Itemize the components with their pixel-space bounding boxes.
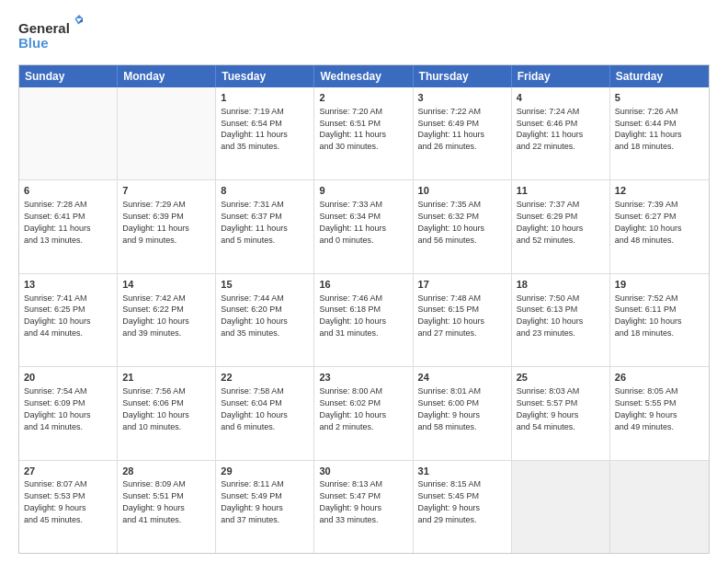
day-number: 8 [221, 184, 309, 198]
day-info: Sunrise: 7:48 AM Sunset: 6:15 PM Dayligh… [418, 293, 485, 338]
day-info: Sunrise: 7:24 AM Sunset: 6:46 PM Dayligh… [517, 107, 584, 151]
day-info: Sunrise: 8:07 AM Sunset: 5:53 PM Dayligh… [24, 479, 87, 523]
header-day-monday: Monday [118, 65, 216, 87]
header-day-wednesday: Wednesday [314, 65, 413, 87]
day-info: Sunrise: 7:41 AM Sunset: 6:25 PM Dayligh… [24, 293, 91, 338]
calendar-cell: 18Sunrise: 7:50 AM Sunset: 6:13 PM Dayli… [512, 274, 610, 366]
day-number: 27 [24, 465, 112, 478]
page: General Blue SundayMondayTuesdayWednesda… [0, 0, 728, 563]
calendar-cell: 27Sunrise: 8:07 AM Sunset: 5:53 PM Dayli… [19, 461, 118, 553]
calendar-cell: 16Sunrise: 7:46 AM Sunset: 6:18 PM Dayli… [314, 274, 413, 366]
day-info: Sunrise: 8:01 AM Sunset: 6:00 PM Dayligh… [418, 386, 482, 431]
svg-text:General: General [18, 20, 70, 36]
day-number: 16 [319, 278, 407, 292]
day-number: 30 [319, 465, 407, 478]
day-number: 13 [24, 278, 112, 292]
calendar-cell: 10Sunrise: 7:35 AM Sunset: 6:32 PM Dayli… [414, 180, 512, 272]
day-number: 7 [122, 184, 210, 198]
day-number: 19 [615, 278, 704, 292]
day-info: Sunrise: 8:03 AM Sunset: 5:57 PM Dayligh… [517, 386, 580, 431]
day-info: Sunrise: 7:54 AM Sunset: 6:09 PM Dayligh… [24, 386, 91, 431]
day-number: 3 [418, 91, 506, 105]
calendar-body: 1Sunrise: 7:19 AM Sunset: 6:54 PM Daylig… [19, 87, 709, 553]
calendar-cell: 17Sunrise: 7:48 AM Sunset: 6:15 PM Dayli… [414, 274, 512, 366]
day-info: Sunrise: 7:35 AM Sunset: 6:32 PM Dayligh… [418, 200, 485, 244]
calendar-cell: 8Sunrise: 7:31 AM Sunset: 6:37 PM Daylig… [216, 180, 314, 272]
header-day-thursday: Thursday [414, 65, 512, 87]
day-info: Sunrise: 7:52 AM Sunset: 6:11 PM Dayligh… [615, 293, 682, 338]
header-day-tuesday: Tuesday [216, 65, 314, 87]
day-number: 23 [319, 371, 407, 385]
calendar-cell: 26Sunrise: 8:05 AM Sunset: 5:55 PM Dayli… [610, 367, 709, 459]
day-info: Sunrise: 7:19 AM Sunset: 6:54 PM Dayligh… [221, 107, 288, 151]
header-day-friday: Friday [512, 65, 610, 87]
calendar-cell: 19Sunrise: 7:52 AM Sunset: 6:11 PM Dayli… [610, 274, 709, 366]
header: General Blue [18, 15, 710, 55]
calendar-cell: 12Sunrise: 7:39 AM Sunset: 6:27 PM Dayli… [610, 180, 709, 272]
calendar-cell: 6Sunrise: 7:28 AM Sunset: 6:41 PM Daylig… [19, 180, 118, 272]
day-number: 2 [319, 91, 407, 105]
day-info: Sunrise: 7:39 AM Sunset: 6:27 PM Dayligh… [615, 200, 682, 244]
calendar-cell [512, 461, 610, 553]
day-number: 9 [319, 184, 407, 198]
day-info: Sunrise: 7:50 AM Sunset: 6:13 PM Dayligh… [517, 293, 584, 338]
day-number: 14 [122, 278, 210, 292]
calendar-cell: 2Sunrise: 7:20 AM Sunset: 6:51 PM Daylig… [314, 87, 413, 179]
week-row-2: 6Sunrise: 7:28 AM Sunset: 6:41 PM Daylig… [19, 180, 709, 273]
calendar: SundayMondayTuesdayWednesdayThursdayFrid… [18, 64, 710, 554]
day-info: Sunrise: 8:15 AM Sunset: 5:45 PM Dayligh… [418, 479, 482, 523]
day-info: Sunrise: 7:31 AM Sunset: 6:37 PM Dayligh… [221, 200, 288, 244]
week-row-5: 27Sunrise: 8:07 AM Sunset: 5:53 PM Dayli… [19, 461, 709, 553]
calendar-cell: 31Sunrise: 8:15 AM Sunset: 5:45 PM Dayli… [414, 461, 512, 553]
week-row-3: 13Sunrise: 7:41 AM Sunset: 6:25 PM Dayli… [19, 274, 709, 367]
week-row-4: 20Sunrise: 7:54 AM Sunset: 6:09 PM Dayli… [19, 367, 709, 460]
calendar-cell: 13Sunrise: 7:41 AM Sunset: 6:25 PM Dayli… [19, 274, 118, 366]
day-info: Sunrise: 7:29 AM Sunset: 6:39 PM Dayligh… [122, 200, 189, 244]
day-info: Sunrise: 8:09 AM Sunset: 5:51 PM Dayligh… [122, 479, 186, 523]
calendar-cell: 15Sunrise: 7:44 AM Sunset: 6:20 PM Dayli… [216, 274, 314, 366]
day-number: 28 [122, 465, 210, 478]
day-info: Sunrise: 8:11 AM Sunset: 5:49 PM Dayligh… [221, 479, 284, 523]
day-number: 20 [24, 371, 112, 385]
calendar-cell [118, 87, 216, 179]
day-number: 29 [221, 465, 309, 478]
day-info: Sunrise: 7:22 AM Sunset: 6:49 PM Dayligh… [418, 107, 485, 151]
calendar-header: SundayMondayTuesdayWednesdayThursdayFrid… [19, 65, 709, 87]
day-number: 17 [418, 278, 506, 292]
day-info: Sunrise: 8:00 AM Sunset: 6:02 PM Dayligh… [319, 386, 386, 431]
day-info: Sunrise: 8:05 AM Sunset: 5:55 PM Dayligh… [615, 386, 678, 431]
svg-line-4 [75, 18, 79, 24]
calendar-cell: 3Sunrise: 7:22 AM Sunset: 6:49 PM Daylig… [414, 87, 512, 179]
calendar-cell: 1Sunrise: 7:19 AM Sunset: 6:54 PM Daylig… [216, 87, 314, 179]
logo: General Blue [18, 15, 83, 55]
week-row-1: 1Sunrise: 7:19 AM Sunset: 6:54 PM Daylig… [19, 87, 709, 180]
svg-marker-2 [75, 15, 83, 18]
day-number: 22 [221, 371, 309, 385]
day-info: Sunrise: 7:26 AM Sunset: 6:44 PM Dayligh… [615, 107, 682, 151]
day-number: 12 [615, 184, 704, 198]
day-number: 10 [418, 184, 506, 198]
day-number: 15 [221, 278, 309, 292]
day-info: Sunrise: 7:44 AM Sunset: 6:20 PM Dayligh… [221, 293, 288, 338]
day-info: Sunrise: 7:42 AM Sunset: 6:22 PM Dayligh… [122, 293, 189, 338]
header-day-sunday: Sunday [19, 65, 118, 87]
day-number: 24 [418, 371, 506, 385]
calendar-cell: 24Sunrise: 8:01 AM Sunset: 6:00 PM Dayli… [414, 367, 512, 459]
day-number: 11 [517, 184, 605, 198]
calendar-cell: 25Sunrise: 8:03 AM Sunset: 5:57 PM Dayli… [512, 367, 610, 459]
calendar-cell [19, 87, 118, 179]
day-number: 18 [517, 278, 605, 292]
logo-svg: General Blue [18, 15, 83, 55]
calendar-cell: 4Sunrise: 7:24 AM Sunset: 6:46 PM Daylig… [512, 87, 610, 179]
day-info: Sunrise: 7:28 AM Sunset: 6:41 PM Dayligh… [24, 200, 91, 244]
calendar-cell: 7Sunrise: 7:29 AM Sunset: 6:39 PM Daylig… [118, 180, 216, 272]
calendar-cell: 11Sunrise: 7:37 AM Sunset: 6:29 PM Dayli… [512, 180, 610, 272]
day-number: 31 [418, 465, 506, 478]
calendar-cell: 21Sunrise: 7:56 AM Sunset: 6:06 PM Dayli… [118, 367, 216, 459]
day-info: Sunrise: 7:58 AM Sunset: 6:04 PM Dayligh… [221, 386, 288, 431]
day-number: 26 [615, 371, 704, 385]
day-number: 4 [517, 91, 605, 105]
calendar-cell: 9Sunrise: 7:33 AM Sunset: 6:34 PM Daylig… [314, 180, 413, 272]
calendar-cell [610, 461, 709, 553]
calendar-cell: 30Sunrise: 8:13 AM Sunset: 5:47 PM Dayli… [314, 461, 413, 553]
